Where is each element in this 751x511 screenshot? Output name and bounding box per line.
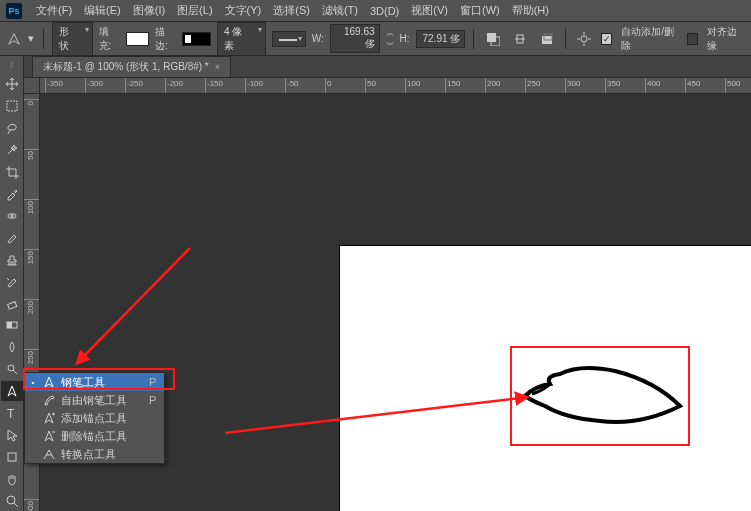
- separator: [565, 29, 566, 49]
- menu-view[interactable]: 视图(V): [405, 3, 454, 18]
- bullet-icon: •: [29, 378, 37, 387]
- width-input[interactable]: 169.63 侈: [330, 24, 380, 53]
- leaf-shape-path: [520, 356, 690, 446]
- ruler-tick-label: 150: [447, 79, 460, 88]
- flyout-item-label: 转换点工具: [61, 447, 116, 462]
- svg-point-18: [8, 365, 14, 371]
- menu-layer[interactable]: 图层(L): [171, 3, 218, 18]
- flyout-item[interactable]: 删除锚点工具: [25, 427, 164, 445]
- pen-tool[interactable]: [1, 381, 23, 401]
- separator: [43, 29, 44, 49]
- stamp-tool[interactable]: [1, 250, 23, 270]
- ruler-tick-label: 300: [567, 79, 580, 88]
- tools-grip-icon[interactable]: ⦀: [2, 60, 22, 70]
- menu-select[interactable]: 选择(S): [267, 3, 316, 18]
- pen-variant-icon: [41, 429, 57, 443]
- eyedropper-tool[interactable]: [1, 184, 23, 204]
- gear-icon[interactable]: [574, 28, 595, 50]
- type-tool[interactable]: T: [1, 403, 23, 423]
- move-tool[interactable]: [1, 74, 23, 94]
- stroke-swatch[interactable]: [182, 32, 210, 46]
- tools-panel: ⦀ T: [0, 56, 24, 511]
- mode-dropdown[interactable]: 形状: [52, 22, 93, 56]
- ruler-tick-label: 0: [26, 101, 35, 105]
- line-icon: [279, 39, 297, 41]
- path-select-tool[interactable]: [1, 425, 23, 445]
- auto-add-checkbox[interactable]: ✓: [601, 33, 612, 45]
- menubar: Ps 文件(F) 编辑(E) 图像(I) 图层(L) 文字(Y) 选择(S) 滤…: [0, 0, 751, 22]
- path-combine-icon[interactable]: [482, 28, 503, 50]
- svg-line-23: [14, 503, 18, 507]
- ruler-tick-label: 150: [26, 251, 35, 264]
- gradient-tool[interactable]: [1, 315, 23, 335]
- svg-rect-15: [7, 301, 16, 308]
- zoom-tool[interactable]: [1, 491, 23, 511]
- ruler-tick-label: 50: [367, 79, 376, 88]
- wand-tool[interactable]: [1, 140, 23, 160]
- flyout-shortcut: P: [131, 394, 156, 406]
- ruler-tick-label: 250: [527, 79, 540, 88]
- crop-tool[interactable]: [1, 162, 23, 182]
- svg-point-6: [581, 36, 587, 42]
- dodge-tool[interactable]: [1, 359, 23, 379]
- doc-tab[interactable]: 未标题-1 @ 100% (形状 1, RGB/8#) * ×: [32, 56, 231, 77]
- flyout-item[interactable]: 自由钢笔工具P: [25, 391, 164, 409]
- flyout-item-label: 添加锚点工具: [61, 411, 127, 426]
- hand-tool[interactable]: [1, 469, 23, 489]
- flyout-item[interactable]: •钢笔工具P: [25, 373, 164, 391]
- ruler-tick-label: -350: [47, 79, 63, 88]
- stroke-style-dropdown[interactable]: [272, 31, 306, 47]
- height-input[interactable]: 72.91 侈: [416, 30, 466, 48]
- menu-image[interactable]: 图像(I): [127, 3, 171, 18]
- path-arrange-icon[interactable]: [536, 28, 557, 50]
- canvas-white-area[interactable]: [340, 246, 751, 511]
- flyout-item[interactable]: 转换点工具: [25, 445, 164, 463]
- pen-variant-icon: [41, 393, 57, 407]
- menu-help[interactable]: 帮助(H): [506, 3, 555, 18]
- pen-variant-icon: [41, 411, 57, 425]
- lasso-tool[interactable]: [1, 118, 23, 138]
- path-align-icon[interactable]: [509, 28, 530, 50]
- close-icon[interactable]: ×: [215, 62, 220, 72]
- w-label: W:: [312, 33, 324, 44]
- chevron-down-icon[interactable]: ▾: [27, 31, 35, 47]
- ruler-tick-label: -200: [167, 79, 183, 88]
- fill-swatch[interactable]: [126, 32, 149, 46]
- separator: [473, 29, 474, 49]
- shape-tool[interactable]: [1, 447, 23, 467]
- marquee-tool[interactable]: [1, 96, 23, 116]
- ruler-tick-label: -150: [207, 79, 223, 88]
- flyout-item[interactable]: 添加锚点工具: [25, 409, 164, 427]
- auto-add-label: 自动添加/删除: [621, 25, 680, 53]
- menu-window[interactable]: 窗口(W): [454, 3, 506, 18]
- menu-3d[interactable]: 3D(D): [364, 5, 405, 17]
- options-bar: ▾ 形状 填充: 描边: 4 像素 W: 169.63 侈 H: 72.91 侈…: [0, 22, 751, 56]
- menu-type[interactable]: 文字(Y): [219, 3, 268, 18]
- ruler-tick-label: 400: [26, 501, 35, 511]
- align-edges-checkbox[interactable]: [687, 33, 698, 45]
- menu-file[interactable]: 文件(F): [30, 3, 78, 18]
- stroke-width-dropdown[interactable]: 4 像素: [217, 22, 266, 56]
- ruler-tick-label: 250: [26, 351, 35, 364]
- flyout-item-label: 自由钢笔工具: [61, 393, 127, 408]
- ps-logo-icon: Ps: [6, 3, 22, 19]
- ruler-tick-label: -250: [127, 79, 143, 88]
- menu-edit[interactable]: 编辑(E): [78, 3, 127, 18]
- eraser-tool[interactable]: [1, 294, 23, 314]
- pen-tool-flyout[interactable]: •钢笔工具P自由钢笔工具P添加锚点工具删除锚点工具转换点工具: [24, 372, 165, 464]
- ruler-tick-label: 0: [327, 79, 331, 88]
- svg-text:T: T: [7, 407, 15, 419]
- heal-tool[interactable]: [1, 206, 23, 226]
- doc-tab-title: 未标题-1 @ 100% (形状 1, RGB/8#) *: [43, 60, 209, 74]
- link-wh-icon[interactable]: [386, 32, 394, 46]
- history-brush-tool[interactable]: [1, 272, 23, 292]
- stroke-label: 描边:: [155, 25, 177, 53]
- blur-tool[interactable]: [1, 337, 23, 357]
- menu-filter[interactable]: 滤镜(T): [316, 3, 364, 18]
- svg-point-22: [7, 496, 15, 504]
- ruler-tick-label: 500: [727, 79, 740, 88]
- brush-tool[interactable]: [1, 228, 23, 248]
- flyout-shortcut: P: [131, 376, 156, 388]
- flyout-item-label: 删除锚点工具: [61, 429, 127, 444]
- ruler-tick-label: 200: [487, 79, 500, 88]
